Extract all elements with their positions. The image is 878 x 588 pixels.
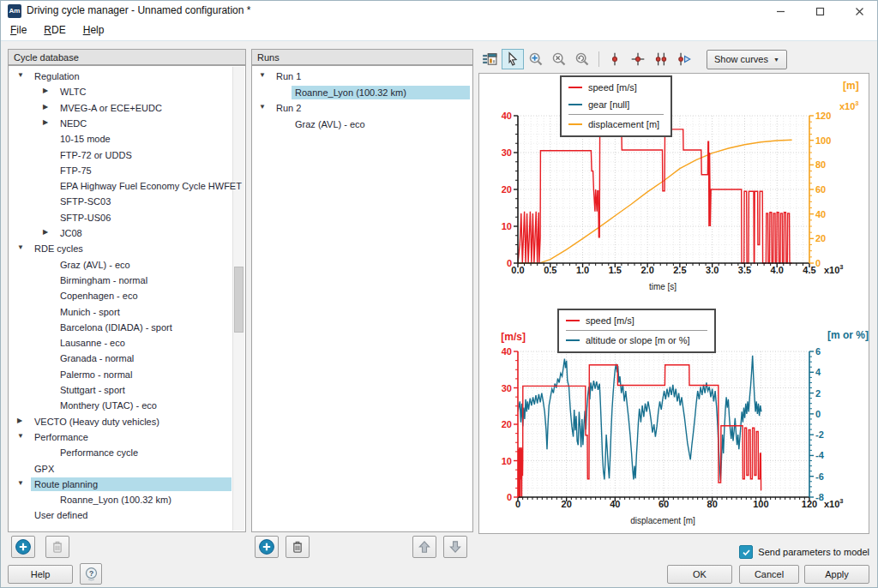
delete-run-button[interactable] xyxy=(286,536,310,558)
cycle-tree-item[interactable]: ▶NEDC xyxy=(9,116,245,131)
expander-icon[interactable]: ▼ xyxy=(17,71,24,79)
cycle-tree-item[interactable]: ▶VECTO (Heavy duty vehicles) xyxy=(9,414,245,429)
expander-icon[interactable]: ▼ xyxy=(17,432,24,440)
plus-circle-icon xyxy=(258,538,275,555)
run-tree-item[interactable]: ▼Run 2 xyxy=(252,100,472,116)
cursor-cross-button[interactable] xyxy=(627,49,649,69)
expander-icon[interactable]: ▼ xyxy=(259,71,266,79)
cycle-tree-item[interactable]: Performance cycle xyxy=(9,445,245,460)
move-run-up-button[interactable] xyxy=(412,536,436,558)
cycle-tree-item[interactable]: ▼Regulation xyxy=(9,69,245,84)
svg-text:displacement [m]: displacement [m] xyxy=(630,516,695,525)
cycle-tree-item[interactable]: Graz (AVL) - eco xyxy=(9,257,245,273)
cycle-tree-item[interactable]: EPA Highway Fuel Economy Cycle HWFET xyxy=(9,178,245,194)
zoom-reset-button[interactable] xyxy=(548,49,570,69)
cycle-tree-item[interactable]: Copenhagen - eco xyxy=(9,288,245,303)
legend-line-swatch xyxy=(568,123,582,125)
expander-icon[interactable]: ▶ xyxy=(43,103,48,111)
expander-icon[interactable]: ▼ xyxy=(259,103,266,111)
plot-manager-button[interactable] xyxy=(478,49,501,69)
cycle-tree-item[interactable]: FTP-75 xyxy=(9,163,245,178)
close-button[interactable] xyxy=(839,1,878,21)
run-tree-item[interactable]: Graz (AVL) - eco xyxy=(252,117,472,132)
cycle-tree-item[interactable]: ▶JC08 xyxy=(9,225,245,241)
expander-icon[interactable]: ▶ xyxy=(43,228,48,236)
legend-item: speed [m/s] xyxy=(566,312,707,329)
cycle-tree-item[interactable]: Barcelona (IDIADA) - sport xyxy=(9,320,245,335)
svg-text:20: 20 xyxy=(815,233,826,243)
cycle-tree-item[interactable]: SFTP-SC03 xyxy=(9,194,245,209)
zoom-previous-button[interactable] xyxy=(571,49,593,69)
send-parameters-row: Send parameters to model xyxy=(478,544,869,560)
bottom-chart[interactable]: 020406080100120010203040-8-6-4-20246disp… xyxy=(479,303,869,533)
svg-text:0: 0 xyxy=(507,492,512,502)
cancel-button[interactable]: Cancel xyxy=(739,565,799,584)
cycle-tree-item[interactable]: GPX xyxy=(9,461,245,477)
tree-item-label: WLTC xyxy=(57,85,86,99)
expander-icon[interactable]: ▶ xyxy=(17,417,22,424)
show-curves-button[interactable]: Show curves▼ xyxy=(707,50,787,69)
cycle-tree-item[interactable]: ▼RDE cycles xyxy=(9,241,245,256)
cycle-tree-item[interactable]: Stuttgart - sport xyxy=(9,382,245,398)
tree-item-label: Monthery (UTAC) - eco xyxy=(57,399,157,412)
delete-cycle-button[interactable] xyxy=(45,536,69,558)
cycle-tree-item[interactable]: ▶WLTC xyxy=(9,84,245,99)
add-run-button[interactable] xyxy=(255,536,279,558)
ok-button[interactable]: OK xyxy=(667,565,732,584)
svg-text:0: 0 xyxy=(515,499,520,509)
svg-text:40: 40 xyxy=(502,346,512,357)
cycle-tree-item[interactable]: Granada - normal xyxy=(9,351,245,366)
legend-item: displacement [m] xyxy=(568,116,664,133)
cycle-tree-item[interactable]: SFTP-US06 xyxy=(9,210,245,225)
tree-item-label: Performance cycle xyxy=(57,446,138,459)
cycle-tree-item[interactable]: User defined xyxy=(9,507,245,523)
close-icon xyxy=(855,7,864,16)
move-run-down-button[interactable] xyxy=(443,536,467,558)
cursor-play-button[interactable] xyxy=(673,49,695,69)
minimize-button[interactable] xyxy=(761,1,800,21)
apply-button[interactable]: Apply xyxy=(804,565,869,584)
tree-item-label: Munich - sport xyxy=(57,305,120,319)
cursor-single-button[interactable] xyxy=(604,49,626,69)
cycle-tree-item[interactable]: Birmingham - normal xyxy=(9,273,245,288)
trash-icon xyxy=(290,539,305,555)
cycle-tree-item[interactable]: Monthery (UTAC) - eco xyxy=(9,398,245,413)
pointer-button[interactable] xyxy=(502,49,524,69)
cycle-tree-item[interactable]: Roanne_Lyon (100.32 km) xyxy=(9,492,245,507)
svg-text:4.0: 4.0 xyxy=(771,265,784,275)
run-tree-item[interactable]: ▼Run 1 xyxy=(252,69,472,84)
expander-icon[interactable]: ▼ xyxy=(17,479,24,487)
cursor-double-button[interactable] xyxy=(650,49,672,69)
legend-label: altitude or slope [m or %] xyxy=(586,335,690,345)
cycle-tree-item[interactable]: 10-15 mode xyxy=(9,131,245,147)
cycle-tree-item[interactable]: ▼Route planning xyxy=(9,477,245,492)
add-cycle-button[interactable] xyxy=(11,536,35,558)
expander-icon[interactable]: ▶ xyxy=(43,118,48,126)
cycle-tree-item[interactable]: ▶MVEG-A or ECE+EUDC xyxy=(9,100,245,116)
cycle-tree-item[interactable]: Munich - sport xyxy=(9,304,245,320)
context-help-button[interactable]: ? xyxy=(80,563,102,585)
tree-item-label: SFTP-US06 xyxy=(57,211,111,225)
tree-item-label: User defined xyxy=(31,508,87,522)
cycle-tree-item[interactable]: FTP-72 or UDDS xyxy=(9,147,245,163)
maximize-button[interactable] xyxy=(800,1,839,21)
cycle-tree-item[interactable]: ▼Performance xyxy=(9,429,245,445)
top-chart[interactable]: 0.00.51.01.52.02.53.03.54.04.50102030400… xyxy=(479,74,869,303)
title-bar: Am Driving cycle manager - Unnamed confi… xyxy=(1,1,877,21)
altitude-or-slope-curve xyxy=(518,356,761,481)
cycle-tree-item[interactable]: Lausanne - eco xyxy=(9,335,245,351)
expander-icon[interactable]: ▶ xyxy=(43,87,48,94)
legend-label: speed [m/s] xyxy=(588,82,637,93)
toolbar-separator xyxy=(598,51,599,67)
menu-file[interactable]: File xyxy=(3,21,34,39)
run-tree-item[interactable]: Roanne_Lyon (100.32 km) xyxy=(252,85,472,100)
chart-panel: 0.00.51.01.52.02.53.03.54.04.50102030400… xyxy=(478,73,869,534)
cycle-tree-item[interactable]: Palermo - normal xyxy=(9,367,245,382)
legend-item: altitude or slope [m or %] xyxy=(566,332,707,349)
zoom-area-button[interactable] xyxy=(525,49,547,69)
expander-icon[interactable]: ▼ xyxy=(17,243,24,251)
send-parameters-checkbox[interactable] xyxy=(739,545,753,559)
menu-rde[interactable]: RDE xyxy=(36,21,73,39)
menu-help[interactable]: Help xyxy=(75,21,112,39)
help-button[interactable]: Help xyxy=(8,565,73,584)
